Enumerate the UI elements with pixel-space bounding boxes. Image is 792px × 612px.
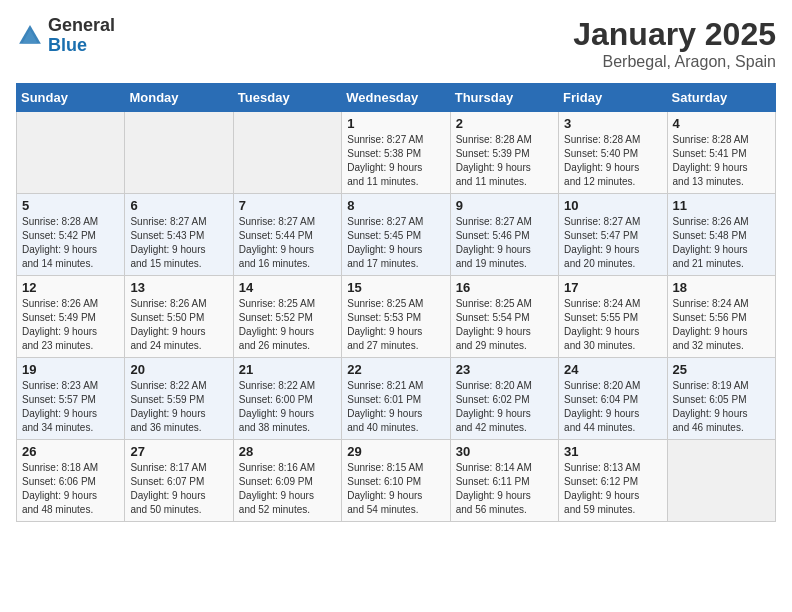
- day-number: 17: [564, 280, 661, 295]
- day-cell: [125, 112, 233, 194]
- day-detail: Sunrise: 8:25 AM Sunset: 5:53 PM Dayligh…: [347, 297, 444, 353]
- day-cell: [667, 440, 775, 522]
- day-detail: Sunrise: 8:19 AM Sunset: 6:05 PM Dayligh…: [673, 379, 770, 435]
- day-number: 28: [239, 444, 336, 459]
- week-row-4: 19Sunrise: 8:23 AM Sunset: 5:57 PM Dayli…: [17, 358, 776, 440]
- day-cell: 23Sunrise: 8:20 AM Sunset: 6:02 PM Dayli…: [450, 358, 558, 440]
- day-detail: Sunrise: 8:28 AM Sunset: 5:41 PM Dayligh…: [673, 133, 770, 189]
- day-number: 11: [673, 198, 770, 213]
- day-number: 21: [239, 362, 336, 377]
- day-detail: Sunrise: 8:22 AM Sunset: 6:00 PM Dayligh…: [239, 379, 336, 435]
- day-detail: Sunrise: 8:26 AM Sunset: 5:49 PM Dayligh…: [22, 297, 119, 353]
- day-cell: 3Sunrise: 8:28 AM Sunset: 5:40 PM Daylig…: [559, 112, 667, 194]
- month-title: January 2025: [573, 16, 776, 53]
- day-detail: Sunrise: 8:26 AM Sunset: 5:50 PM Dayligh…: [130, 297, 227, 353]
- day-number: 9: [456, 198, 553, 213]
- day-detail: Sunrise: 8:27 AM Sunset: 5:45 PM Dayligh…: [347, 215, 444, 271]
- logo-general-text: General: [48, 16, 115, 36]
- day-cell: 19Sunrise: 8:23 AM Sunset: 5:57 PM Dayli…: [17, 358, 125, 440]
- day-cell: [233, 112, 341, 194]
- day-number: 26: [22, 444, 119, 459]
- header-day-wednesday: Wednesday: [342, 84, 450, 112]
- header-day-monday: Monday: [125, 84, 233, 112]
- header-day-friday: Friday: [559, 84, 667, 112]
- week-row-5: 26Sunrise: 8:18 AM Sunset: 6:06 PM Dayli…: [17, 440, 776, 522]
- day-detail: Sunrise: 8:28 AM Sunset: 5:39 PM Dayligh…: [456, 133, 553, 189]
- logo: General Blue: [16, 16, 115, 56]
- day-cell: 6Sunrise: 8:27 AM Sunset: 5:43 PM Daylig…: [125, 194, 233, 276]
- day-number: 15: [347, 280, 444, 295]
- day-cell: 9Sunrise: 8:27 AM Sunset: 5:46 PM Daylig…: [450, 194, 558, 276]
- header-day-sunday: Sunday: [17, 84, 125, 112]
- day-number: 4: [673, 116, 770, 131]
- day-number: 29: [347, 444, 444, 459]
- week-row-3: 12Sunrise: 8:26 AM Sunset: 5:49 PM Dayli…: [17, 276, 776, 358]
- day-detail: Sunrise: 8:27 AM Sunset: 5:44 PM Dayligh…: [239, 215, 336, 271]
- day-cell: 20Sunrise: 8:22 AM Sunset: 5:59 PM Dayli…: [125, 358, 233, 440]
- day-cell: 31Sunrise: 8:13 AM Sunset: 6:12 PM Dayli…: [559, 440, 667, 522]
- day-number: 13: [130, 280, 227, 295]
- day-cell: 27Sunrise: 8:17 AM Sunset: 6:07 PM Dayli…: [125, 440, 233, 522]
- day-detail: Sunrise: 8:24 AM Sunset: 5:56 PM Dayligh…: [673, 297, 770, 353]
- day-detail: Sunrise: 8:14 AM Sunset: 6:11 PM Dayligh…: [456, 461, 553, 517]
- day-cell: 22Sunrise: 8:21 AM Sunset: 6:01 PM Dayli…: [342, 358, 450, 440]
- day-cell: 30Sunrise: 8:14 AM Sunset: 6:11 PM Dayli…: [450, 440, 558, 522]
- day-detail: Sunrise: 8:27 AM Sunset: 5:46 PM Dayligh…: [456, 215, 553, 271]
- day-detail: Sunrise: 8:26 AM Sunset: 5:48 PM Dayligh…: [673, 215, 770, 271]
- day-number: 5: [22, 198, 119, 213]
- day-cell: 17Sunrise: 8:24 AM Sunset: 5:55 PM Dayli…: [559, 276, 667, 358]
- day-detail: Sunrise: 8:23 AM Sunset: 5:57 PM Dayligh…: [22, 379, 119, 435]
- day-cell: 15Sunrise: 8:25 AM Sunset: 5:53 PM Dayli…: [342, 276, 450, 358]
- day-number: 2: [456, 116, 553, 131]
- day-detail: Sunrise: 8:25 AM Sunset: 5:54 PM Dayligh…: [456, 297, 553, 353]
- day-cell: 21Sunrise: 8:22 AM Sunset: 6:00 PM Dayli…: [233, 358, 341, 440]
- day-cell: 12Sunrise: 8:26 AM Sunset: 5:49 PM Dayli…: [17, 276, 125, 358]
- day-cell: 2Sunrise: 8:28 AM Sunset: 5:39 PM Daylig…: [450, 112, 558, 194]
- day-number: 19: [22, 362, 119, 377]
- day-cell: 25Sunrise: 8:19 AM Sunset: 6:05 PM Dayli…: [667, 358, 775, 440]
- day-number: 25: [673, 362, 770, 377]
- location-title: Berbegal, Aragon, Spain: [573, 53, 776, 71]
- day-cell: 11Sunrise: 8:26 AM Sunset: 5:48 PM Dayli…: [667, 194, 775, 276]
- day-detail: Sunrise: 8:16 AM Sunset: 6:09 PM Dayligh…: [239, 461, 336, 517]
- day-cell: 24Sunrise: 8:20 AM Sunset: 6:04 PM Dayli…: [559, 358, 667, 440]
- day-cell: 5Sunrise: 8:28 AM Sunset: 5:42 PM Daylig…: [17, 194, 125, 276]
- day-number: 16: [456, 280, 553, 295]
- day-cell: 18Sunrise: 8:24 AM Sunset: 5:56 PM Dayli…: [667, 276, 775, 358]
- day-detail: Sunrise: 8:27 AM Sunset: 5:43 PM Dayligh…: [130, 215, 227, 271]
- day-detail: Sunrise: 8:20 AM Sunset: 6:02 PM Dayligh…: [456, 379, 553, 435]
- day-number: 27: [130, 444, 227, 459]
- calendar-body: 1Sunrise: 8:27 AM Sunset: 5:38 PM Daylig…: [17, 112, 776, 522]
- day-cell: 16Sunrise: 8:25 AM Sunset: 5:54 PM Dayli…: [450, 276, 558, 358]
- day-cell: 8Sunrise: 8:27 AM Sunset: 5:45 PM Daylig…: [342, 194, 450, 276]
- day-number: 20: [130, 362, 227, 377]
- day-detail: Sunrise: 8:22 AM Sunset: 5:59 PM Dayligh…: [130, 379, 227, 435]
- day-cell: 4Sunrise: 8:28 AM Sunset: 5:41 PM Daylig…: [667, 112, 775, 194]
- logo-icon: [16, 22, 44, 50]
- day-number: 10: [564, 198, 661, 213]
- day-cell: 14Sunrise: 8:25 AM Sunset: 5:52 PM Dayli…: [233, 276, 341, 358]
- day-number: 22: [347, 362, 444, 377]
- day-detail: Sunrise: 8:13 AM Sunset: 6:12 PM Dayligh…: [564, 461, 661, 517]
- day-number: 12: [22, 280, 119, 295]
- day-detail: Sunrise: 8:20 AM Sunset: 6:04 PM Dayligh…: [564, 379, 661, 435]
- day-number: 14: [239, 280, 336, 295]
- calendar-header-row: SundayMondayTuesdayWednesdayThursdayFrid…: [17, 84, 776, 112]
- day-detail: Sunrise: 8:27 AM Sunset: 5:38 PM Dayligh…: [347, 133, 444, 189]
- day-detail: Sunrise: 8:18 AM Sunset: 6:06 PM Dayligh…: [22, 461, 119, 517]
- day-detail: Sunrise: 8:21 AM Sunset: 6:01 PM Dayligh…: [347, 379, 444, 435]
- day-detail: Sunrise: 8:25 AM Sunset: 5:52 PM Dayligh…: [239, 297, 336, 353]
- day-number: 18: [673, 280, 770, 295]
- day-number: 3: [564, 116, 661, 131]
- day-cell: 28Sunrise: 8:16 AM Sunset: 6:09 PM Dayli…: [233, 440, 341, 522]
- day-detail: Sunrise: 8:15 AM Sunset: 6:10 PM Dayligh…: [347, 461, 444, 517]
- day-number: 31: [564, 444, 661, 459]
- day-detail: Sunrise: 8:28 AM Sunset: 5:42 PM Dayligh…: [22, 215, 119, 271]
- day-number: 8: [347, 198, 444, 213]
- day-detail: Sunrise: 8:24 AM Sunset: 5:55 PM Dayligh…: [564, 297, 661, 353]
- calendar-table: SundayMondayTuesdayWednesdayThursdayFrid…: [16, 83, 776, 522]
- header-day-saturday: Saturday: [667, 84, 775, 112]
- day-number: 23: [456, 362, 553, 377]
- header-day-thursday: Thursday: [450, 84, 558, 112]
- week-row-1: 1Sunrise: 8:27 AM Sunset: 5:38 PM Daylig…: [17, 112, 776, 194]
